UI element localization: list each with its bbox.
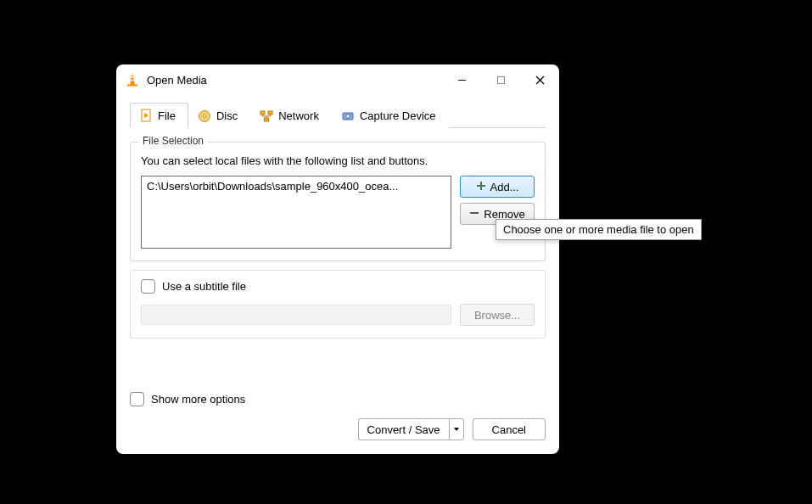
maximize-button[interactable] [481,64,520,95]
dialog-content: File Disc Network Capture Device [116,95,559,380]
disc-icon [198,109,211,123]
plus-icon [476,181,486,193]
tab-file-label: File [158,109,176,122]
window-title: Open Media [147,74,207,87]
file-list[interactable]: C:\Users\orbit\Downloads\sample_960x400_… [141,176,451,249]
window-controls [442,64,559,95]
minus-icon [469,208,479,221]
cancel-button[interactable]: Cancel [473,418,546,440]
convert-save-label: Convert / Save [367,423,440,436]
convert-save-button[interactable]: Convert / Save [358,418,464,440]
capture-icon [341,109,355,123]
svg-point-8 [203,115,206,118]
dialog-footer: Show more options Convert / Save Cancel [116,380,559,454]
svg-rect-9 [260,111,265,115]
cancel-button-label: Cancel [492,423,526,436]
svg-rect-2 [497,76,504,83]
svg-rect-15 [477,185,485,187]
tab-disc[interactable]: Disc [188,103,250,128]
titlebar: Open Media [116,64,559,95]
tab-capture-label: Capture Device [360,109,436,122]
file-icon [139,109,153,122]
svg-rect-0 [127,85,137,87]
svg-rect-16 [470,212,479,214]
add-button-label: Add... [490,181,519,193]
tab-bar: File Disc Network Capture Device [130,102,546,128]
tab-network[interactable]: Network [250,103,332,128]
svg-marker-17 [454,428,459,431]
subtitle-path-field [141,305,451,325]
svg-rect-10 [268,111,272,115]
svg-point-13 [346,114,350,117]
add-button[interactable]: Add... [460,176,535,198]
file-selection-hint: You can select local files with the foll… [141,154,535,167]
tab-network-label: Network [278,109,319,122]
subtitle-group: Use a subtitle file Browse... [130,270,546,339]
show-more-label: Show more options [151,393,245,406]
file-selection-group: File Selection You can select local file… [130,142,546,261]
show-more-checkbox[interactable] [130,392,144,406]
vlc-cone-icon [125,72,140,87]
subtitle-checkbox-label: Use a subtitle file [162,280,246,293]
tab-disc-label: Disc [216,109,238,122]
minimize-button[interactable] [442,64,481,95]
browse-button-label: Browse... [474,309,520,322]
close-button[interactable] [520,64,559,95]
file-selection-legend: File Selection [139,135,207,147]
file-list-item[interactable]: C:\Users\orbit\Downloads\sample_960x400_… [147,180,398,193]
subtitle-checkbox[interactable] [141,279,155,294]
browse-button: Browse... [460,304,535,326]
svg-rect-11 [265,118,269,121]
tab-file[interactable]: File [130,103,188,128]
network-icon [260,109,273,123]
add-button-tooltip: Choose one or more media file to open [496,219,702,240]
convert-save-dropdown-arrow[interactable] [449,418,464,440]
tab-capture[interactable]: Capture Device [332,103,449,128]
open-media-dialog: Open Media File [116,64,559,454]
